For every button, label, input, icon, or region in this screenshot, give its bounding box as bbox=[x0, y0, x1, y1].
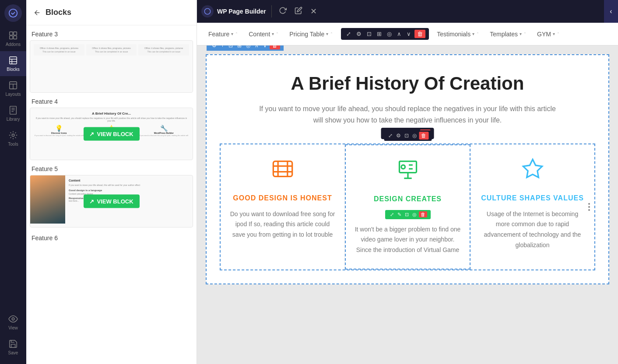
svg-rect-1 bbox=[10, 32, 13, 35]
three-cols-wrapper: ⤢ ⚙ ⊡ ✎ 🗑 bbox=[220, 144, 595, 270]
three-columns: GOOD DESIGN IS HONEST Do you want to dow… bbox=[220, 144, 595, 270]
blocks-panel-title: Blocks bbox=[46, 8, 71, 17]
main-area: WP Page Builder ✕ ‹ Feature ▾ ⌃ Content … bbox=[197, 0, 618, 364]
column-card-3: CULTURE SHAPES VALUES Usage of the Inter… bbox=[471, 144, 594, 270]
canvas-content: ⚙ + ⊡ ⊞ ◎ ∧ ∨ 🗑 A Brief History Of Creat… bbox=[206, 54, 609, 284]
section-tb-delete[interactable]: 🗑 bbox=[270, 46, 280, 49]
blocks-list: Feature 3 Office: it shows files, progra… bbox=[26, 25, 197, 364]
col-2-title: DESIGN CREATES bbox=[355, 195, 461, 203]
canvas: ⚙ + ⊡ ⊞ ◎ ∧ ∨ 🗑 A Brief History Of Creat… bbox=[197, 46, 618, 364]
sidebar-item-blocks-label: Blocks bbox=[7, 67, 19, 72]
star-icon bbox=[479, 158, 586, 186]
feature-section: A Brief History Of Creation If you want … bbox=[207, 55, 608, 284]
svg-rect-4 bbox=[14, 36, 17, 39]
page-nav-content[interactable]: Content ▾ ⌃ bbox=[244, 28, 283, 40]
col-1-text: Do you want to download free song for ip… bbox=[229, 209, 336, 240]
col2-inner-move[interactable]: ⤢ bbox=[389, 211, 395, 218]
block-item-feature4-label: Feature 4 bbox=[30, 98, 193, 105]
toolbar-delete-btn[interactable]: 🗑 bbox=[414, 30, 425, 38]
col-3-text: Usage of the Internet is becoming more c… bbox=[479, 209, 586, 251]
page-nav-gym[interactable]: GYM ▾ ⌃ bbox=[533, 28, 564, 40]
view-block-btn-feature5[interactable]: ↗VIEW BLOCK bbox=[83, 195, 139, 208]
sidebar-item-view[interactable]: View bbox=[0, 310, 26, 335]
board-icon bbox=[355, 158, 461, 186]
section-tb-add[interactable]: + bbox=[219, 46, 226, 49]
left-nav-bottom: View Save bbox=[0, 310, 26, 364]
feature-heading: A Brief History Of Creation bbox=[220, 73, 595, 94]
column-card-1: GOOD DESIGN IS HONEST Do you want to dow… bbox=[221, 144, 345, 270]
svg-point-16 bbox=[12, 134, 14, 136]
view-block-btn-feature4[interactable]: ↗VIEW BLOCK bbox=[83, 127, 139, 141]
canvas-section-toolbar: ⚙ + ⊡ ⊞ ◎ ∧ ∨ 🗑 bbox=[207, 46, 284, 51]
col-1-title: GOOD DESIGN IS HONEST bbox=[229, 194, 336, 202]
sidebar-item-save[interactable]: Save bbox=[0, 335, 26, 360]
sidebar-item-save-label: Save bbox=[8, 350, 18, 355]
toolbar-save-btn[interactable]: ⊞ bbox=[375, 30, 383, 38]
svg-rect-2 bbox=[14, 32, 17, 35]
column-card-2: ⤢ ⚙ ⊡ ◎ 🗑 bbox=[345, 144, 471, 270]
sidebar-item-tools[interactable]: Tools bbox=[0, 126, 26, 151]
col2-tb-settings[interactable]: ⚙ bbox=[395, 132, 402, 140]
col2-inner-clone[interactable]: ⊡ bbox=[404, 211, 410, 218]
sidebar-item-library[interactable]: Library bbox=[0, 101, 26, 126]
col2-inner-edit[interactable]: ✎ bbox=[396, 211, 403, 218]
col2-tb-eye[interactable]: ◎ bbox=[411, 132, 418, 140]
sidebar-item-tools-label: Tools bbox=[8, 142, 18, 147]
block-item-feature4[interactable]: Feature 4 ↗VIEW BLOCK A Brief History Of… bbox=[30, 98, 193, 160]
section-tb-clone[interactable]: ⊡ bbox=[227, 46, 235, 49]
svg-point-0 bbox=[9, 9, 17, 17]
sidebar-item-addons-label: Addons bbox=[6, 42, 21, 47]
page-nav-pricing-table-label: Pricing Table bbox=[289, 31, 324, 38]
sidebar-item-blocks[interactable]: Blocks bbox=[0, 51, 26, 76]
svg-marker-28 bbox=[523, 159, 542, 177]
page-nav-templates[interactable]: Templates ▾ ⌃ bbox=[485, 28, 531, 40]
block-preview-feature4[interactable]: ↗VIEW BLOCK A Brief History Of Cre... If… bbox=[30, 108, 193, 160]
block-item-feature3-label: Feature 3 bbox=[30, 31, 193, 38]
col2-tb-move[interactable]: ⤢ bbox=[387, 132, 394, 140]
collapse-panel-button[interactable]: ‹ bbox=[604, 0, 618, 23]
nav-action-close[interactable]: ✕ bbox=[309, 5, 319, 18]
nav-action-edit[interactable] bbox=[293, 5, 304, 18]
section-tb-down[interactable]: ∨ bbox=[261, 46, 269, 49]
sidebar-item-layouts[interactable]: Layouts bbox=[0, 76, 26, 101]
block-item-feature3[interactable]: Feature 3 Office: it shows files, progra… bbox=[30, 31, 193, 93]
block-preview-feature5[interactable]: ↗VIEW BLOCK Content If you want to move … bbox=[30, 175, 193, 228]
blocks-panel-header: Blocks bbox=[26, 0, 197, 25]
block-preview-feature3[interactable]: Office: it shows files, programs, pictur… bbox=[30, 40, 193, 93]
col2-tb-clone[interactable]: ⊡ bbox=[403, 132, 410, 140]
toolbar-eye-btn[interactable]: ◎ bbox=[385, 30, 393, 38]
col2-inner-eye[interactable]: ◎ bbox=[411, 211, 418, 218]
toolbar-up-btn[interactable]: ∧ bbox=[395, 30, 403, 38]
sidebar-item-addons[interactable]: Addons bbox=[0, 26, 26, 51]
section-tb-eye[interactable]: ◎ bbox=[244, 46, 252, 49]
toolbar-move-btn[interactable]: ⤢ bbox=[344, 30, 353, 38]
col-2-toolbar: ⤢ ⚙ ⊡ ◎ 🗑 bbox=[384, 130, 432, 141]
section-tb-up[interactable]: ∧ bbox=[253, 46, 260, 49]
col-3-title: CULTURE SHAPES VALUES bbox=[479, 194, 586, 202]
section-tb-gear[interactable]: ⚙ bbox=[210, 46, 218, 49]
col-2-inner-toolbar: ⤢ ✎ ⊡ ◎ 🗑 bbox=[385, 210, 431, 219]
col2-tb-delete[interactable]: 🗑 bbox=[419, 132, 428, 140]
page-nav-feature[interactable]: Feature ▾ ⌃ bbox=[204, 28, 242, 40]
feature-subtext: If you want to move your life ahead, you… bbox=[259, 103, 556, 126]
col2-inner-delete[interactable]: 🗑 bbox=[419, 211, 427, 217]
svg-point-18 bbox=[204, 8, 210, 14]
page-nav-templates-label: Templates bbox=[490, 31, 518, 38]
app-title: WP Page Builder bbox=[217, 8, 266, 15]
page-nav-testimonials[interactable]: Testimonials ▾ ⌃ bbox=[432, 28, 484, 40]
page-nav-pricing-table[interactable]: Pricing Table ▾ ⌃ bbox=[285, 28, 337, 40]
page-navigation: Feature ▾ ⌃ Content ▾ ⌃ Pricing Table ▾ … bbox=[197, 23, 618, 46]
toolbar-down-btn[interactable]: ∨ bbox=[405, 30, 413, 38]
nav-action-refresh[interactable] bbox=[277, 5, 288, 18]
section-tb-save[interactable]: ⊞ bbox=[235, 46, 243, 49]
left-navigation: Addons Blocks Layouts Library To bbox=[0, 0, 26, 364]
block-item-feature5[interactable]: Feature 5 ↗VIEW BLOCK Content If you wan… bbox=[30, 165, 193, 228]
film-icon bbox=[229, 158, 336, 186]
col-3-dots-menu[interactable] bbox=[588, 203, 590, 211]
blocks-back-button[interactable] bbox=[33, 9, 41, 17]
blocks-panel: Blocks Feature 3 Office: it shows files,… bbox=[26, 0, 197, 364]
toolbar-clone-btn[interactable]: ⊡ bbox=[365, 30, 373, 38]
sidebar-item-library-label: Library bbox=[7, 117, 20, 122]
toolbar-settings-btn[interactable]: ⚙ bbox=[355, 30, 363, 38]
svg-rect-5 bbox=[10, 57, 17, 64]
